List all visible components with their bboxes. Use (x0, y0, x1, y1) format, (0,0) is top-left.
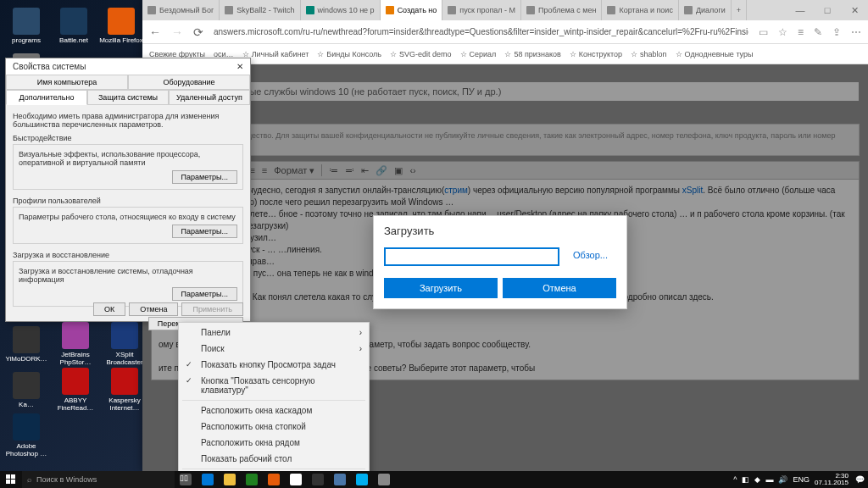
browser-tab[interactable]: windows 10 не р (301, 0, 381, 20)
sysprops-title: Свойства системы (13, 62, 86, 71)
context-menu-item[interactable]: Поиск (179, 341, 369, 357)
browser-tab[interactable]: Диалоги (679, 0, 732, 20)
tray-icon[interactable]: ◧ (742, 475, 749, 484)
language-indicator[interactable]: ENG (793, 475, 810, 484)
perf-params-button[interactable]: Параметры... (172, 170, 237, 184)
browser-tab[interactable]: SkyBall2 - Twitch (220, 0, 300, 20)
bookmark-item[interactable]: ☆58 признаков (504, 50, 560, 58)
bookmark-item[interactable]: ☆shablon (631, 50, 667, 58)
sysprops-cancel-button[interactable]: Отмена (129, 302, 178, 316)
upload-cancel-button[interactable]: Отмена (503, 278, 616, 298)
bookmark-item[interactable]: ☆SVG-edit demo (390, 50, 452, 58)
back-button[interactable]: ← (149, 25, 161, 39)
sysprops-tab[interactable]: Защита системы (87, 90, 169, 105)
upload-dialog: Загрузить Обзор... Загрузить Отмена (373, 215, 627, 309)
context-menu-item[interactable]: Панели (179, 324, 369, 341)
clock[interactable]: 2:30 07.11.2015 (815, 473, 850, 486)
forward-button[interactable]: → (171, 25, 183, 39)
bookmark-item[interactable]: ☆Личный кабинет (242, 50, 309, 58)
address-bar: ← → ⟳ ▭ ☆ ≡ ✎ ⇪ ⋯ (142, 20, 868, 44)
desktop-icon[interactable]: Adobe Photoshop … (3, 413, 49, 458)
start-button[interactable] (0, 471, 22, 488)
action-center-icon[interactable]: 💬 (855, 475, 865, 484)
taskbar: ⌕ Поиск в Windows ▯▯ ^ ◧ ◆ ▬ 🔊 ENG 2:30 … (0, 471, 868, 488)
new-tab-button[interactable]: + (732, 0, 747, 20)
svg-rect-2 (6, 480, 10, 484)
maximize-button[interactable]: □ (814, 0, 841, 20)
sysprops-tab[interactable]: Оборудование (128, 75, 250, 90)
taskbar-search[interactable]: ⌕ Поиск в Windows (22, 471, 175, 488)
app-firefox[interactable] (263, 471, 285, 488)
browse-button[interactable]: Обзор... (565, 247, 616, 266)
app-chrome[interactable] (285, 471, 307, 488)
context-menu-item[interactable]: Расположить окна стопкой (179, 419, 369, 435)
reading-view-icon[interactable]: ▭ (759, 26, 768, 38)
app-store[interactable] (241, 471, 263, 488)
favicon (225, 6, 233, 14)
desktop-icon[interactable]: programs (3, 3, 49, 47)
bookmark-item[interactable]: ☆Конструктор (570, 50, 622, 58)
more-icon[interactable]: ⋯ (851, 26, 861, 38)
taskbar-apps: ▯▯ (175, 471, 395, 488)
browser-tab[interactable]: Проблема с мен (521, 0, 602, 20)
volume-icon[interactable]: 🔊 (778, 475, 787, 484)
browser-tab[interactable]: Бездомный Бог (142, 0, 220, 20)
task-view-button[interactable]: ▯▯ (175, 471, 197, 488)
app-vk[interactable] (329, 471, 351, 488)
svg-rect-3 (11, 480, 15, 484)
app-skype[interactable] (351, 471, 373, 488)
tray-expand-icon[interactable]: ^ (733, 475, 737, 484)
perf-title: Быстродействие (13, 134, 243, 142)
profiles-params-button[interactable]: Параметры... (172, 225, 237, 238)
bookmark-item[interactable]: Свежие фрукты (149, 50, 205, 58)
app-explorer[interactable] (219, 471, 241, 488)
profiles-title: Профили пользователей (13, 197, 243, 205)
webnote-icon[interactable]: ✎ (814, 26, 822, 38)
browser-tab[interactable]: пуск пропал - M (442, 0, 521, 20)
sysprops-tab[interactable]: Имя компьютера (6, 75, 128, 90)
context-menu-item[interactable]: Расположить окна каскадом (179, 402, 369, 419)
browser-tab[interactable]: Создать но (381, 0, 443, 20)
app-generic[interactable] (373, 471, 395, 488)
sysprops-close-button[interactable]: ✕ (236, 62, 243, 71)
app-edge[interactable] (197, 471, 219, 488)
desktop-icon[interactable]: ABBYY FineRead… (53, 368, 98, 412)
favorite-icon[interactable]: ☆ (778, 26, 787, 38)
desktop-icon[interactable]: Battle.net (51, 3, 97, 47)
bookmark-item[interactable]: ☆Сериал (460, 50, 497, 58)
context-menu-item[interactable]: Расположить окна рядом (179, 435, 369, 451)
app-foobar[interactable] (307, 471, 329, 488)
bookmark-item[interactable]: оси… (214, 50, 234, 58)
search-icon: ⌕ (27, 475, 31, 484)
boot-desc: Загрузка и восстановление системы, отлад… (19, 267, 237, 284)
taskbar-context-menu: ПанелиПоискПоказать кнопку Просмотра зад… (178, 322, 370, 488)
close-button[interactable]: ✕ (841, 0, 868, 20)
desktop-icon[interactable]: Ka… (3, 368, 49, 412)
tray-icon[interactable]: ◆ (754, 475, 760, 484)
url-input[interactable] (214, 27, 748, 36)
refresh-button[interactable]: ⟳ (193, 25, 203, 39)
favicon (526, 6, 535, 14)
bookmark-item[interactable]: ☆Бинды Консоль (317, 50, 381, 58)
context-menu-item[interactable]: Показать рабочий стол (179, 451, 369, 467)
favicon (386, 6, 394, 14)
network-icon[interactable]: ▬ (765, 475, 773, 484)
context-menu-item[interactable]: Показать кнопку Просмотра задач (179, 357, 369, 373)
bookmark-item[interactable]: ☆Однодневные туры (676, 50, 754, 58)
upload-title: Загрузить (374, 216, 626, 244)
context-menu-item[interactable]: Кнопка "Показать сенсорную клавиатуру" (179, 373, 369, 398)
favicon (448, 6, 456, 14)
desktop-icon[interactable]: Mozilla Firefox (98, 3, 144, 47)
sysprops-ok-button[interactable]: ОК (93, 302, 125, 316)
svg-rect-0 (6, 474, 10, 479)
upload-file-input[interactable] (384, 247, 559, 266)
hub-icon[interactable]: ≡ (798, 26, 804, 38)
sysprops-tab[interactable]: Удаленный доступ (169, 90, 250, 105)
minimize-button[interactable]: — (787, 0, 814, 20)
sysprops-tab[interactable]: Дополнительно (6, 90, 87, 105)
upload-submit-button[interactable]: Загрузить (384, 278, 498, 298)
browser-tab[interactable]: Кортана и поис (602, 0, 679, 20)
boot-params-button[interactable]: Параметры... (172, 287, 237, 301)
share-icon[interactable]: ⇪ (832, 26, 841, 38)
desktop-icon[interactable]: Kaspersky Internet… (102, 368, 147, 412)
